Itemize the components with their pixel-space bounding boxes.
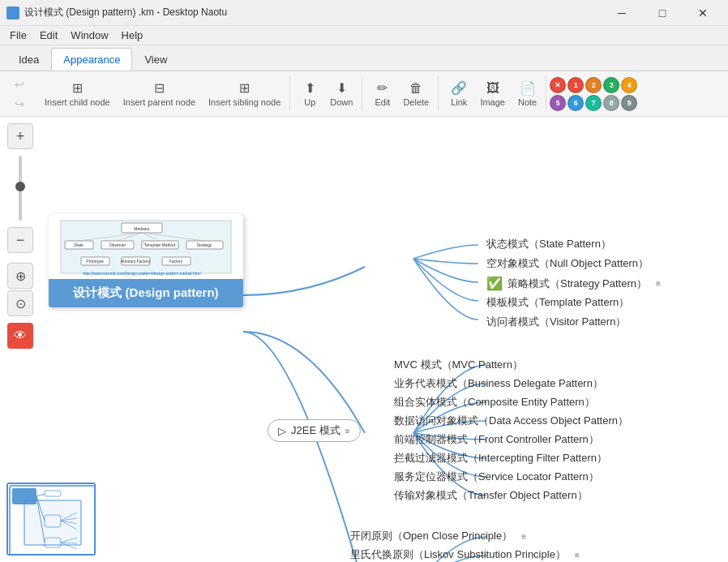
leaf-dao[interactable]: 数据访问对象模式（Data Access Object Pattern）: [394, 414, 628, 428]
color-9[interactable]: 9: [621, 95, 637, 111]
edit-icon: ✏: [377, 80, 388, 96]
root-node[interactable]: Mediator State Observer Template Method …: [49, 214, 243, 307]
tab-appearance[interactable]: Appearance: [51, 48, 132, 71]
minimize-button[interactable]: ─: [603, 0, 640, 26]
svg-text:Mediator: Mediator: [134, 226, 150, 231]
title-bar: 设计模式 (Design pattern) .km - Desktop Naot…: [0, 0, 728, 26]
ocp-note-icon: ≡: [517, 530, 530, 543]
delete-button[interactable]: 🗑 Delete: [397, 77, 435, 111]
menu-edit[interactable]: Edit: [33, 28, 64, 43]
edit-button[interactable]: ✏ Edit: [369, 76, 396, 111]
check-icon: ✅: [486, 276, 503, 291]
leaf-transfer-object[interactable]: 传输对象模式（Transfer Object Pattern）: [394, 488, 588, 503]
color-3[interactable]: 3: [603, 77, 619, 93]
svg-text:http://www.runoob.com/design-p: http://www.runoob.com/design-pattern/des…: [83, 271, 200, 276]
note-icon: 📄: [520, 80, 536, 96]
image-icon: 🖼: [486, 81, 499, 96]
color-6[interactable]: 6: [567, 95, 584, 111]
leaf-liskov[interactable]: 里氏代换原则（Liskov Substitution Principle） ≡: [350, 547, 584, 562]
j2ee-note-icon: ≡: [345, 427, 350, 435]
color-remove[interactable]: ✕: [550, 77, 566, 93]
mini-diagram-svg: Mediator State Observer Template Method …: [57, 217, 235, 277]
main-content: Mediator State Observer Template Method …: [0, 117, 728, 562]
leaf-strategy[interactable]: ✅ 策略模式（Strategy Pattern） ≡: [486, 276, 665, 291]
color-8[interactable]: 8: [603, 95, 619, 111]
root-node-image: Mediator State Observer Template Method …: [49, 214, 243, 279]
zoom-thumb: [15, 182, 25, 191]
insert-child-button[interactable]: ⊞ Insert child node: [39, 76, 116, 111]
insert-parent-button[interactable]: ⊟ Insert parent node: [118, 76, 201, 111]
leaf-intercepting[interactable]: 拦截过滤器模式（Intercepting Filter Pattern）: [394, 451, 607, 465]
title-bar-left: 设计模式 (Design pattern) .km - Desktop Naot…: [6, 6, 227, 19]
expand-j2ee: ▷: [278, 425, 286, 437]
svg-text:State: State: [74, 242, 84, 247]
lsp-note-icon: ≡: [571, 548, 584, 561]
undo-redo-group: ↩ ↪: [6, 74, 32, 114]
image-button[interactable]: 🖼 Image: [474, 77, 511, 111]
left-panel: + − ⊕ ⊙ 👁: [0, 117, 41, 562]
tab-idea[interactable]: Idea: [6, 48, 51, 71]
title-bar-controls: ─ □ ✕: [603, 0, 722, 26]
svg-text:Strategy: Strategy: [197, 242, 212, 247]
link-icon: 🔗: [451, 80, 467, 96]
leaf-service-locator[interactable]: 服务定位器模式（Service Locator Pattern）: [394, 470, 599, 484]
insert-group: ⊞ Insert child node ⊟ Insert parent node…: [36, 76, 290, 111]
maximize-button[interactable]: □: [644, 0, 681, 26]
edit-group: ✏ Edit 🗑 Delete: [366, 76, 439, 111]
root-node-label: 设计模式 (Design pattern): [49, 279, 243, 307]
media-group: 🔗 Link 🖼 Image 📄 Note: [442, 76, 546, 111]
leaf-composite-entity[interactable]: 组合实体模式（Composite Entity Pattern）: [394, 395, 595, 410]
color-4[interactable]: 4: [621, 77, 637, 93]
leaf-state[interactable]: 状态模式（State Pattern）: [486, 237, 611, 251]
up-icon: ⬆: [305, 80, 315, 96]
leaf-visitor[interactable]: 访问者模式（Visitor Pattern）: [486, 315, 626, 329]
redo-button[interactable]: ↪: [8, 95, 31, 113]
leaf-mvc[interactable]: MVC 模式（MVC Pattern）: [394, 358, 523, 372]
app-icon: [6, 6, 19, 19]
undo-button[interactable]: ↩: [8, 75, 31, 93]
tab-view[interactable]: View: [132, 48, 179, 71]
move-group: ⬆ Up ⬇ Down: [293, 76, 362, 111]
svg-rect-26: [45, 491, 61, 496]
leaf-null-object[interactable]: 空对象模式（Null Object Pattern）: [486, 256, 649, 271]
leaf-front-controller[interactable]: 前端控制器模式（Front Controller Pattern）: [394, 432, 599, 447]
insert-sibling-icon: ⊞: [239, 80, 250, 96]
svg-text:Factory: Factory: [169, 259, 183, 264]
link-button[interactable]: 🔗 Link: [445, 76, 473, 111]
menu-help[interactable]: Help: [115, 28, 150, 43]
color-5[interactable]: 5: [550, 95, 566, 111]
delete-icon: 🗑: [409, 81, 422, 96]
window-title: 设计模式 (Design pattern) .km - Desktop Naot…: [24, 6, 227, 19]
zoom-out-button[interactable]: −: [7, 227, 33, 253]
toolbar: ↩ ↪ ⊞ Insert child node ⊟ Insert parent …: [0, 71, 728, 117]
zoom-in-button[interactable]: +: [7, 123, 33, 149]
menu-file[interactable]: File: [3, 28, 33, 43]
zoom-slider[interactable]: [19, 156, 22, 221]
svg-text:Prototype: Prototype: [86, 259, 104, 264]
close-button[interactable]: ✕: [684, 0, 722, 26]
color-7[interactable]: 7: [585, 95, 602, 111]
note-button[interactable]: 📄 Note: [512, 76, 542, 111]
menu-window[interactable]: Window: [64, 28, 114, 43]
connections-svg: [0, 117, 728, 562]
leaf-open-close[interactable]: 开闭原则（Open Close Principle） ≡: [350, 529, 530, 543]
insert-parent-icon: ⊟: [154, 80, 165, 96]
insert-child-icon: ⊞: [72, 80, 83, 96]
center-button[interactable]: ⊙: [7, 290, 33, 316]
down-button[interactable]: ⬇ Down: [324, 76, 358, 111]
note-indicator: ≡: [652, 277, 665, 290]
mindmap-canvas[interactable]: Mediator State Observer Template Method …: [0, 117, 728, 562]
leaf-template[interactable]: 模板模式（Template Pattern）: [486, 295, 629, 310]
eye-button[interactable]: 👁: [7, 323, 33, 349]
color-palette: ✕ 1 2 3 4 5 6 7 8 9: [550, 77, 637, 111]
up-button[interactable]: ⬆ Up: [297, 76, 323, 111]
tab-bar: Idea Appearance View: [0, 45, 728, 71]
fit-button[interactable]: ⊕: [7, 263, 33, 289]
color-2[interactable]: 2: [585, 77, 602, 93]
insert-sibling-button[interactable]: ⊞ Insert sibling node: [203, 76, 286, 111]
j2ee-branch[interactable]: ▷ J2EE 模式 ≡: [268, 419, 361, 442]
down-icon: ⬇: [336, 80, 347, 96]
color-1[interactable]: 1: [567, 77, 584, 93]
svg-text:Observer: Observer: [109, 242, 126, 247]
leaf-business-delegate[interactable]: 业务代表模式（Business Delegate Pattern）: [394, 376, 603, 391]
